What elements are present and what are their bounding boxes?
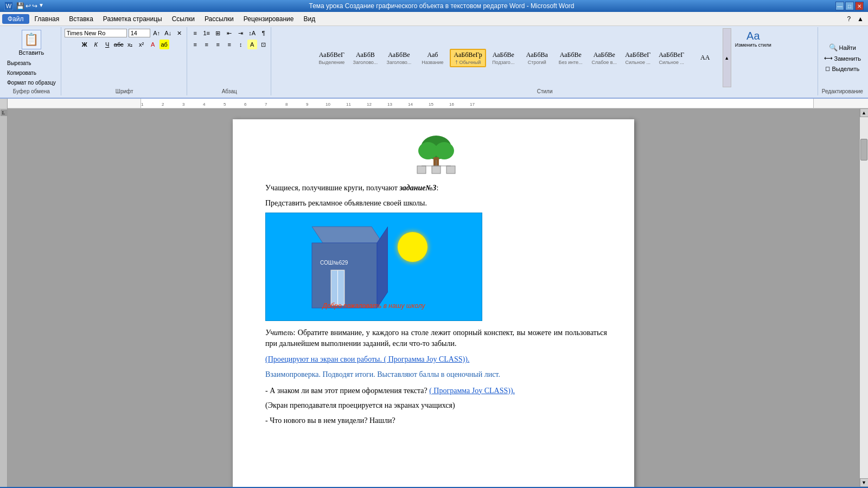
sort-btn[interactable]: ↕A xyxy=(247,28,257,38)
font-label: Шрифт xyxy=(116,88,133,94)
change-style-button[interactable]: Аа Изменить стили xyxy=(732,28,774,87)
highlight-btn[interactable]: аб xyxy=(159,40,169,49)
page: Учащиеся, получившие круги, получают зад… xyxy=(233,119,634,487)
right-scrollbar[interactable]: ▲ ▼ xyxy=(859,108,868,487)
svg-point-2 xyxy=(435,142,454,159)
cut-button[interactable]: Вырезать xyxy=(4,59,59,68)
editing-group: 🔍 Найти ⟷ Заменить ◻ Выделить Редактиров… xyxy=(819,27,866,95)
paragraph-1: Учащиеся, получившие круги, получают зад… xyxy=(265,183,607,194)
style-sample-6[interactable]: АаБбВаСтрогий xyxy=(521,49,553,67)
decrease-indent-btn[interactable]: ⇤ xyxy=(225,28,234,38)
dropdown-qa-btn[interactable]: ▼ xyxy=(39,2,44,10)
redo-qa-btn[interactable]: ↪ xyxy=(32,2,37,10)
style-sample-10[interactable]: АаБбВеГСильное ... xyxy=(655,49,688,67)
last-para1-link[interactable]: ( Программа Joy CLASS)). xyxy=(429,387,515,395)
menu-review[interactable]: Рецензирование xyxy=(239,14,298,24)
styles-group: АаБбВеГВыделениеАаБбВЗаголово...АаБбВеЗа… xyxy=(272,27,818,95)
style-sample-0[interactable]: АаБбВеГВыделение xyxy=(315,49,348,67)
scroll-up-btn[interactable]: ▲ xyxy=(860,108,869,117)
menu-mailings[interactable]: Рассылки xyxy=(200,14,238,24)
font-color-btn[interactable]: А xyxy=(148,40,158,49)
style-sample-4[interactable]: АаБбВеГр† Обычный xyxy=(450,49,486,67)
strikethrough-btn[interactable]: абс xyxy=(114,40,124,49)
close-btn[interactable]: ✕ xyxy=(855,2,864,10)
menu-layout[interactable]: Разметка страницы xyxy=(99,14,167,24)
minimize-btn[interactable]: — xyxy=(835,2,844,10)
style-sample-8[interactable]: АаБбВеСлабое в... xyxy=(588,49,621,67)
shading-btn[interactable]: A xyxy=(247,40,257,49)
scroll-thumb[interactable] xyxy=(860,139,867,160)
show-marks-btn[interactable]: ¶ xyxy=(259,28,269,38)
document-area[interactable]: Учащиеся, получившие круги, получают зад… xyxy=(8,108,859,487)
menu-home[interactable]: Главная xyxy=(30,14,64,24)
window-controls[interactable]: — □ ✕ xyxy=(835,2,864,10)
styles-label: Стили xyxy=(537,88,553,94)
svg-marker-11 xyxy=(312,227,382,243)
menu-view[interactable]: Вид xyxy=(299,14,320,24)
align-center-btn[interactable]: ≡ xyxy=(202,40,212,49)
scroll-track[interactable] xyxy=(860,117,868,478)
ruler-inner: 1 2 3 4 5 6 7 8 9 10 11 12 13 14 15 16 1… xyxy=(141,99,814,108)
left-margin-icon[interactable]: L xyxy=(1,110,7,116)
menu-file[interactable]: Файл xyxy=(2,14,29,24)
font-size-input[interactable] xyxy=(129,29,150,37)
ruler[interactable]: 1 2 3 4 5 6 7 8 9 10 11 12 13 14 15 16 1… xyxy=(8,99,868,108)
grow-font-btn[interactable]: A↑ xyxy=(152,28,162,38)
underline-btn[interactable]: Ч xyxy=(103,40,112,49)
select-button[interactable]: ◻ Выделить xyxy=(822,64,862,73)
tree-logo xyxy=(412,136,461,176)
font-name-input[interactable] xyxy=(65,29,127,37)
save-qa-btn[interactable]: 💾 xyxy=(16,2,24,10)
bullets-btn[interactable]: ≡ xyxy=(190,28,200,38)
increase-indent-btn[interactable]: ⇥ xyxy=(236,28,246,38)
last-para-3: - Что нового вы в нем увидели? Нашли? xyxy=(265,415,607,426)
cube-structure: СОШ№629 xyxy=(279,219,388,316)
link1[interactable]: (Проецируют на экран свои работы. ( Прог… xyxy=(265,355,469,363)
help-btn[interactable]: ? xyxy=(845,15,853,23)
replace-button[interactable]: ⟷ Заменить xyxy=(821,54,864,63)
borders-btn[interactable]: ⊡ xyxy=(259,40,269,49)
maximize-btn[interactable]: □ xyxy=(845,2,854,10)
style-sample-7[interactable]: АаБбВеБез инте... xyxy=(554,49,587,67)
clear-format-btn[interactable]: ✕ xyxy=(175,28,184,38)
style-sample-11[interactable]: АА xyxy=(689,52,722,64)
align-left-btn[interactable]: ≡ xyxy=(190,40,200,49)
style-sample-5[interactable]: АаБбВеПодзаго... xyxy=(487,49,520,67)
main-layout: L xyxy=(0,108,868,487)
last-para1-start: - А знаком ли вам этот прием оформления … xyxy=(265,387,429,395)
numbering-btn[interactable]: 1≡ xyxy=(202,28,212,38)
left-margin-bar: L xyxy=(0,108,8,487)
align-right-btn[interactable]: ≡ xyxy=(213,40,223,49)
style-sample-1[interactable]: АаБбВЗаголово... xyxy=(349,49,381,67)
line-spacing-btn[interactable]: ↕ xyxy=(236,40,246,49)
svg-rect-16 xyxy=(338,271,344,305)
find-button[interactable]: 🔍 Найти xyxy=(826,42,859,53)
shrink-font-btn[interactable]: A↓ xyxy=(163,28,173,38)
italic-btn[interactable]: К xyxy=(91,40,101,49)
change-style-icon: Аа xyxy=(746,30,760,42)
menu-insert[interactable]: Вставка xyxy=(65,14,98,24)
style-sample-2[interactable]: АаБбВеЗаголово... xyxy=(382,49,415,67)
ribbon-toggle-btn[interactable]: ▲ xyxy=(855,15,866,23)
menu-references[interactable]: Ссылки xyxy=(168,14,199,24)
style-sample-9[interactable]: АаБбВеГСильное ... xyxy=(622,49,654,67)
styles-scroll-up[interactable]: ▲ xyxy=(723,28,731,87)
multilevel-btn[interactable]: ⊞ xyxy=(213,28,223,38)
subscript-btn[interactable]: х₂ xyxy=(125,40,135,49)
scroll-down-btn[interactable]: ▼ xyxy=(860,478,869,487)
teacher-paragraph: Учитель: Обратите внимание, у каждого на… xyxy=(265,328,607,349)
style-sample-3[interactable]: АабНазвание xyxy=(416,49,449,67)
ruler-corner xyxy=(0,99,8,108)
paste-button[interactable]: 📋 Вставить xyxy=(16,28,47,57)
ribbon-minimize-area: ? ▲ xyxy=(845,15,866,23)
bold-btn[interactable]: Ж xyxy=(80,40,90,49)
copy-button[interactable]: Копировать xyxy=(4,68,59,78)
ribbon: 📋 Вставить Вырезать Копировать Формат по… xyxy=(0,26,868,99)
superscript-btn[interactable]: х² xyxy=(137,40,146,49)
welcome-text: Добро пожаловать в нашу школу xyxy=(322,302,425,310)
undo-qa-btn[interactable]: ↩ xyxy=(25,2,31,10)
format-painter-button[interactable]: Формат по образцу xyxy=(4,78,59,87)
app-icon: W xyxy=(4,2,13,10)
svg-rect-6 xyxy=(446,166,455,174)
justify-btn[interactable]: ≡ xyxy=(225,40,234,49)
